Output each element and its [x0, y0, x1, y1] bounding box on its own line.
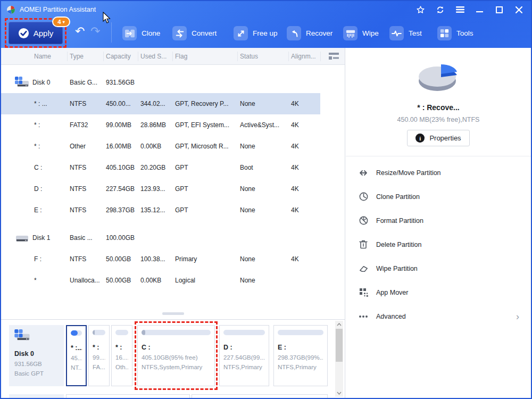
usage-bar: [223, 330, 265, 335]
disk-map-name: Disk 0: [14, 350, 59, 358]
convert-button[interactable]: Convert: [172, 26, 217, 40]
partition-block-efi[interactable]: * : 99.... FA...: [88, 325, 110, 386]
table-row-c[interactable]: C :NTFS405.10GB 20.20GBGPTBoot4K: [1, 157, 320, 178]
partition-block-e[interactable]: E : 298.37GB(99%... NTFS,Primary: [273, 325, 328, 386]
table-row-unallocated[interactable]: *Unalloca...50.00GB 0.00KBLogicalNone: [1, 270, 320, 291]
horizontal-scrollbar[interactable]: [162, 312, 184, 315]
tools-button[interactable]: Tools: [437, 26, 473, 40]
scrollbar-thumb[interactable]: [336, 329, 343, 362]
action-app-mover[interactable]: App Mover: [346, 280, 531, 304]
redo-button[interactable]: ↷: [90, 26, 100, 37]
col-status[interactable]: Status: [238, 52, 289, 61]
partition-block-d[interactable]: D : 227.54GB(99... NTFS,Primary: [219, 325, 269, 386]
col-flag[interactable]: Flag: [173, 52, 238, 61]
action-label: Clone Partition: [376, 193, 420, 201]
wipe-partition-icon: [358, 263, 369, 274]
tools-label: Tools: [456, 29, 473, 37]
table-row-d[interactable]: D :NTFS227.54GB 123.93...GPTNone4K: [1, 178, 320, 200]
wipe-button[interactable]: Wipe: [343, 26, 379, 40]
col-type[interactable]: Type: [68, 52, 104, 61]
table-row-disk1[interactable]: Disk 1 Basic ... 100.00GB: [1, 227, 320, 248]
close-icon[interactable]: [509, 1, 529, 18]
disk-map-type: Basic GPT: [14, 370, 59, 377]
app-mover-icon: [358, 287, 369, 298]
clone-partition-icon: [358, 192, 369, 202]
side-panel-divider: [346, 156, 531, 156]
properties-button[interactable]: i Properties: [407, 130, 469, 146]
refresh-icon[interactable]: [430, 1, 450, 18]
freeup-label: Free up: [253, 29, 278, 37]
action-format-partition[interactable]: Format Partition: [346, 209, 531, 232]
scroll-up-icon[interactable]: [335, 321, 343, 328]
action-label: App Mover: [376, 289, 408, 296]
star-icon[interactable]: [411, 1, 430, 18]
side-panel: * : Recove... 450.00 MB(23% free),NTFS i…: [346, 48, 531, 398]
apply-check-icon: [18, 28, 29, 39]
action-label: Delete Partition: [376, 241, 421, 248]
disk0-map-icon: [14, 329, 30, 343]
test-button[interactable]: Test: [389, 26, 422, 40]
partition-pie-chart: [413, 60, 464, 97]
action-delete-partition[interactable]: Delete Partition: [346, 232, 531, 256]
recover-button[interactable]: Recover: [287, 26, 332, 40]
app-window: AOMEI Partition Assistant: [0, 0, 532, 399]
undo-button[interactable]: ↶: [75, 26, 85, 37]
action-clone-partition[interactable]: Clone Partition: [346, 185, 531, 209]
test-icon: [389, 26, 404, 40]
minimize-icon[interactable]: [470, 1, 489, 18]
action-resize-move[interactable]: Resize/Move Partition: [346, 161, 531, 185]
clone-icon: [122, 26, 137, 40]
disk0-map-block[interactable]: Disk 0 931.56GB Basic GPT: [9, 325, 64, 386]
clone-button[interactable]: Clone: [122, 26, 160, 40]
selected-partition-title: * : Recove...: [346, 103, 531, 112]
window-title: AOMEI Partition Assistant: [20, 6, 96, 13]
partition-block-f-partial[interactable]: [66, 394, 190, 399]
action-wipe-partition[interactable]: Wipe Partition: [346, 256, 531, 280]
apply-pending-badge[interactable]: 4▾: [52, 16, 70, 27]
partition-block-msr[interactable]: * : 16.... Oth...: [111, 325, 132, 386]
scroll-down-icon[interactable]: [335, 389, 343, 397]
apply-button[interactable]: Apply 4▾: [9, 22, 63, 44]
vertical-scrollbar[interactable]: [335, 321, 343, 397]
table-row-disk0[interactable]: Disk 0 Basic G... 931.56GB: [1, 72, 320, 93]
usage-bar: [278, 330, 323, 335]
action-label: Advanced: [376, 313, 406, 320]
action-label: Format Partition: [376, 217, 423, 225]
disk-map-panel: Disk 0 931.56GB Basic GPT * :... 45... N…: [1, 319, 345, 398]
partition-block-c[interactable]: C : 405.10GB(95% free) NTFS,System,Prima…: [137, 325, 215, 386]
wipe-icon: [343, 26, 358, 40]
table-row-f[interactable]: F :NTFS50.00GB 100.38...PrimaryNone4K: [1, 248, 320, 270]
col-capacity[interactable]: Capacity: [104, 52, 138, 61]
table-row-e[interactable]: E :NTFS298.37GB 135.12...GPTNone4K: [1, 200, 320, 221]
col-used[interactable]: Used S...: [138, 52, 173, 61]
freeup-button[interactable]: Free up: [234, 26, 278, 40]
resize-move-icon: [358, 168, 369, 178]
title-bar[interactable]: AOMEI Partition Assistant: [1, 1, 531, 18]
action-label: Resize/Move Partition: [376, 169, 441, 177]
partition-block-recovery[interactable]: * :... 45... NT...: [66, 325, 87, 386]
properties-label: Properties: [429, 134, 461, 142]
convert-icon: [172, 26, 187, 40]
table-header: Name Type Capacity Used S... Flag Status…: [1, 48, 345, 65]
tools-icon: [437, 26, 452, 40]
disk0-icon: [15, 77, 29, 89]
disk1-icon: [15, 232, 29, 244]
apply-label: Apply: [34, 29, 54, 38]
toolbar-divider: [111, 22, 112, 43]
menu-icon[interactable]: [450, 1, 470, 18]
maximize-icon[interactable]: [489, 1, 509, 18]
delete-partition-icon: [358, 239, 369, 250]
disk-table-panel: Name Type Capacity Used S... Flag Status…: [1, 48, 345, 398]
view-toggle-icon[interactable]: [321, 52, 345, 61]
table-row-msr[interactable]: * :Other16.00MB 0.00KBGPT, Microsoft R..…: [1, 136, 320, 157]
disk1-map-block-partial[interactable]: [9, 394, 64, 399]
freeup-icon: [234, 26, 248, 40]
table-row-efi[interactable]: * :FAT3299.00MB 28.86MBGPT, EFI System..…: [1, 114, 320, 136]
usage-bar: [142, 330, 211, 335]
action-advanced[interactable]: Advanced ›: [346, 304, 531, 328]
col-align[interactable]: Alignm...: [289, 52, 321, 61]
col-name[interactable]: Name: [1, 52, 68, 61]
table-row-recovery[interactable]: * : ...NTFS450.00... 344.02...GPT, Recov…: [1, 93, 320, 114]
advanced-icon: [358, 311, 369, 322]
partition-block-unalloc-partial[interactable]: [192, 394, 328, 399]
